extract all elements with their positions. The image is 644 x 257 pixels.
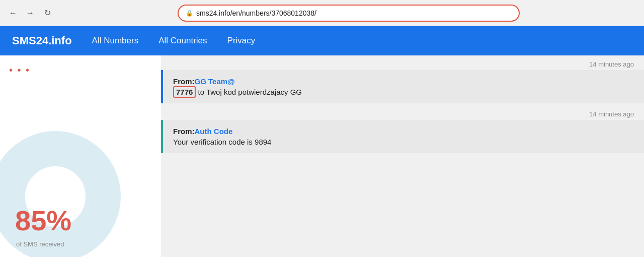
refresh-button[interactable]: ↻ [40,6,54,20]
browser-nav-buttons: ← → ↻ [6,6,54,20]
nav-all-countries[interactable]: All Countries [158,36,207,46]
message-body-2: Your verification code is 9894 [173,138,634,146]
message-time-2: 14 minutes ago [161,105,644,120]
site-nav: SMS24.info All Numbers All Countries Pri… [0,26,644,55]
message-card-1: From:GG Team@ 7776 to Twoj kod potwierdz… [161,70,644,103]
chart-decoration [0,131,121,257]
message-body-1: 7776 to Twoj kod potwierdzajacy GG [173,88,634,96]
back-button[interactable]: ← [6,6,20,20]
from-label-2: From: [173,127,195,136]
url-prefix: sms24.info/en/numbers/ [196,9,271,17]
three-dots: • • • [9,65,30,76]
site-logo[interactable]: SMS24.info [12,34,72,47]
message-from-1: From:GG Team@ [173,77,634,86]
nav-all-numbers[interactable]: All Numbers [92,36,139,46]
url-highlight: 37068012038/ [271,9,316,17]
code-highlight-1: 7776 [173,86,196,98]
main-content: • • • 85% of SMS received 14 minutes ago… [0,55,644,257]
from-value-2[interactable]: Auth Code [195,127,233,136]
percentage-display: 85% [15,204,71,237]
address-bar[interactable]: 🔒 sms24.info/en/numbers/37068012038/ [178,5,520,22]
message-from-2: From:Auth Code [173,127,634,136]
address-text: sms24.info/en/numbers/37068012038/ [196,9,512,17]
from-label-1: From: [173,77,195,86]
right-panel: 14 minutes ago From:GG Team@ 7776 to Two… [161,55,644,257]
percentage-sub: of SMS received [16,240,64,248]
message-card-2: From:Auth Code Your verification code is… [161,120,644,153]
nav-privacy[interactable]: Privacy [227,36,256,46]
forward-button[interactable]: → [23,6,37,20]
lock-icon: 🔒 [186,10,193,17]
from-value-1[interactable]: GG Team@ [195,77,235,86]
message-time-1: 14 minutes ago [161,55,644,70]
left-panel: • • • 85% of SMS received [0,55,161,257]
message-body-text-1: to Twoj kod potwierdzajacy GG [196,88,302,96]
browser-chrome: ← → ↻ 🔒 sms24.info/en/numbers/3706801203… [0,0,644,26]
